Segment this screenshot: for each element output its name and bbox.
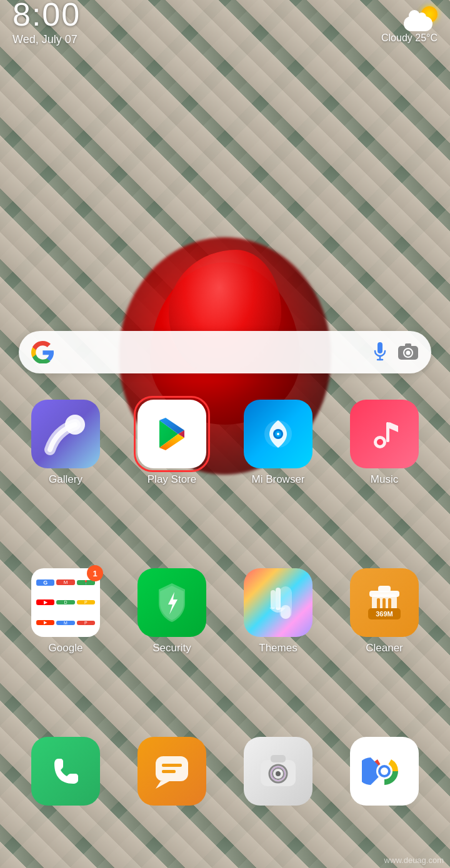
camera-icon <box>244 737 312 806</box>
app-row-1: Gallery <box>0 400 450 486</box>
playstore-label: Play Store <box>148 473 196 486</box>
svg-rect-17 <box>276 588 281 610</box>
cloud-icon <box>404 16 432 31</box>
cloud-sun-icon <box>404 6 438 31</box>
cleaner-icon: 369M <box>350 568 419 637</box>
app-item-phone[interactable] <box>22 737 109 806</box>
app-item-security[interactable]: Security <box>128 568 216 654</box>
svg-rect-0 <box>378 342 382 353</box>
time-section: 8:00 Wed, July 07 <box>12 0 81 46</box>
svg-rect-27 <box>156 756 188 781</box>
google-logo-icon <box>31 341 54 363</box>
browser-label: Mi Browser <box>251 473 304 486</box>
svg-rect-18 <box>271 590 276 609</box>
messages-icon <box>138 737 206 806</box>
themes-icon <box>244 568 312 637</box>
security-icon <box>138 568 206 637</box>
app-item-chrome[interactable] <box>341 737 428 806</box>
app-item-cleaner[interactable]: 369M Cleaner <box>341 568 428 654</box>
themes-label: Themes <box>259 642 297 654</box>
app-item-browser[interactable]: Mi Browser <box>234 400 322 486</box>
app-item-themes[interactable]: Themes <box>234 568 322 654</box>
app-item-playstore[interactable]: Play Store <box>128 400 216 486</box>
gallery-icon <box>31 400 100 468</box>
music-label: Music <box>371 473 398 486</box>
camera-search-icon[interactable] <box>398 342 419 363</box>
weather-icon-area <box>404 6 438 31</box>
status-bar: 8:00 Wed, July 07 Cloudy 25°C <box>0 0 450 37</box>
svg-point-36 <box>279 770 282 772</box>
google-badge: 1 <box>87 565 103 581</box>
search-action-icons <box>371 341 419 363</box>
weather-text: Cloudy 25°C <box>381 32 438 44</box>
svg-marker-28 <box>156 781 169 789</box>
app-item-google[interactable]: 1 G M 📍 ▶ D P ▶ M P Google <box>22 568 109 654</box>
date-display: Wed, July 07 <box>12 33 81 46</box>
svg-rect-32 <box>271 755 286 762</box>
playstore-icon <box>138 400 206 468</box>
app-row-2: 1 G M 📍 ▶ D P ▶ M P Google Security <box>0 568 450 654</box>
app-item-music[interactable]: Music <box>341 400 428 486</box>
chrome-icon <box>350 737 419 806</box>
svg-point-13 <box>377 439 383 445</box>
svg-text:369M: 369M <box>376 610 393 618</box>
svg-point-41 <box>381 767 388 775</box>
time-display: 8:00 <box>12 0 81 31</box>
svg-rect-21 <box>378 586 391 592</box>
play-store-selected-wrapper <box>138 400 206 468</box>
music-icon <box>350 400 419 468</box>
search-bar[interactable] <box>19 331 431 373</box>
browser-icon <box>244 400 312 468</box>
app-item-gallery[interactable]: Gallery <box>22 400 109 486</box>
app-row-dock <box>0 737 450 806</box>
svg-point-11 <box>277 433 279 435</box>
app-item-camera[interactable] <box>234 737 322 806</box>
google-label: Google <box>49 642 83 654</box>
google-folder-icon: 1 G M 📍 ▶ D P ▶ M P <box>31 568 100 637</box>
svg-rect-14 <box>386 422 389 442</box>
svg-rect-6 <box>405 343 411 347</box>
phone-icon <box>31 737 100 806</box>
mic-icon[interactable] <box>371 341 389 363</box>
svg-rect-16 <box>281 605 291 619</box>
watermark: www.deuag.com <box>384 856 444 865</box>
weather-section: Cloudy 25°C <box>381 6 438 44</box>
app-item-messages[interactable] <box>128 737 216 806</box>
svg-rect-30 <box>162 770 176 773</box>
svg-point-5 <box>406 351 411 355</box>
gallery-label: Gallery <box>49 473 82 486</box>
svg-rect-29 <box>162 764 182 767</box>
cleaner-label: Cleaner <box>366 642 403 654</box>
security-label: Security <box>152 642 191 654</box>
